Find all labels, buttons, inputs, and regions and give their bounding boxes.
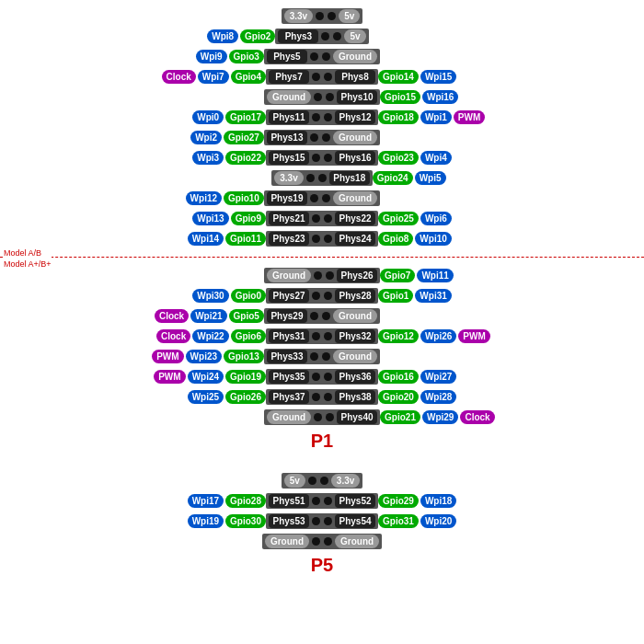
pin-dot-left (310, 52, 318, 61)
pin-row: PWMWpi24Gpio19Phys35Phys36Gpio16Wpi27 (0, 366, 644, 386)
model-separator: Model A/BModel A+/B+ (0, 248, 644, 265)
pin-label-wpi25: Wpi25 (188, 390, 224, 404)
pin-row: ClockWpi21Gpio5Phys29Ground (0, 305, 644, 326)
pin-row: Wpi9Gpio3Phys5Ground (0, 46, 644, 66)
pin-dot-left (312, 113, 320, 121)
center-connector-group: Phys33Ground (264, 349, 380, 364)
pin-label-wpi21: Wpi21 (190, 309, 226, 323)
right-phys-pin: Ground (333, 131, 377, 144)
pin-dot-left (312, 393, 320, 401)
pin-dot-right (328, 12, 336, 20)
pin-label-wpi10: Wpi10 (415, 232, 451, 246)
right-pin-group: Gpio24Wpi5 (373, 171, 575, 185)
left-phys-pin: 3.3v (284, 9, 313, 23)
right-phys-pin: Phys12 (335, 110, 375, 124)
pin-label-gpio12: Gpio12 (378, 329, 419, 343)
pin-dot-right (324, 292, 332, 300)
pin-label-gpio26: Gpio26 (225, 390, 266, 404)
center-connector-group: GroundGround (262, 534, 382, 549)
pin-row: Wpi12Gpio10Phys19Ground (0, 188, 644, 208)
right-phys-pin: Phys24 (335, 232, 375, 246)
center-connector-group: Phys35Phys36 (266, 369, 378, 385)
pin-label-wpi24: Wpi24 (188, 370, 224, 384)
pin-label-wpi29: Wpi29 (422, 410, 458, 424)
right-pin-group: Gpio16Wpi27 (378, 370, 581, 384)
left-phys-pin: 5v (284, 474, 305, 488)
pin-dot-left (306, 174, 315, 182)
pin-label-wpi7: Wpi7 (198, 70, 229, 84)
pin-label-gpio19: Gpio19 (225, 370, 266, 384)
right-pin-group: Gpio1Wpi31 (378, 289, 581, 303)
pin-dot-left (310, 352, 318, 361)
center-connector-group: GroundPhys10 (264, 89, 380, 105)
left-phys-pin: Phys3 (278, 29, 318, 43)
right-phys-pin: Phys38 (335, 390, 375, 404)
center-connector-group: 3.3vPhys18 (271, 170, 372, 186)
pin-dot-right (322, 52, 330, 61)
left-pin-group: Wpi17Gpio28 (63, 494, 266, 508)
pin-label-wpi4: Wpi4 (420, 151, 452, 165)
pin-label-wpi2: Wpi2 (190, 131, 222, 144)
pin-label-wpi20: Wpi20 (420, 514, 456, 528)
pin-label-gpio11: Gpio11 (225, 232, 266, 246)
pin-dot-left (314, 413, 322, 421)
pin-label-gpio0: Gpio0 (231, 289, 266, 303)
right-phys-pin: 5v (344, 29, 365, 43)
right-pin-group: Gpio31Wpi20 (378, 514, 581, 528)
right-pin-group: Gpio8Wpi10 (378, 232, 581, 246)
p1-connector: 3.3v5vWpi8Gpio2Phys35vWpi9Gpio3Phys5Grou… (0, 6, 644, 452)
pin-label-gpio20: Gpio20 (378, 390, 419, 404)
right-phys-pin: 3.3v (331, 474, 360, 488)
left-phys-pin: Phys13 (267, 131, 307, 144)
center-connector-group: Phys51Phys52 (266, 493, 378, 509)
pin-dot-left (310, 194, 318, 202)
p5-connector: 5v3.3vWpi17Gpio28Phys51Phys52Gpio29Wpi18… (0, 470, 644, 576)
left-phys-pin: Phys29 (267, 309, 307, 323)
pin-row: Wpi8Gpio2Phys35v (0, 26, 644, 46)
pin-label-gpio13: Gpio13 (224, 350, 264, 363)
center-connector-group: 5v3.3v (282, 473, 363, 489)
center-connector-group: Phys7Phys8 (266, 69, 378, 85)
pin-dot-right (324, 73, 332, 81)
pin-dot-right (324, 497, 332, 505)
right-pin-group: Gpio29Wpi18 (378, 494, 581, 508)
pin-dot-left (321, 32, 329, 40)
pin-dot-right (324, 537, 332, 546)
pin-label-wpi27: Wpi27 (420, 370, 456, 384)
pin-dot-right (324, 235, 332, 243)
pin-dot-left (312, 373, 320, 381)
pin-label-pwm: PWM (458, 329, 489, 343)
right-pin-group: Gpio14Wpi15 (378, 70, 581, 84)
p5-label: P5 (0, 555, 644, 576)
pin-dot-right (322, 312, 330, 320)
pin-row: 3.3vPhys18Gpio24Wpi5 (0, 167, 644, 188)
pin-row: PWMWpi23Gpio13Phys33Ground (0, 346, 644, 366)
right-phys-pin: Phys52 (335, 494, 375, 508)
left-pin-group: PWMWpi23Gpio13 (62, 350, 264, 363)
pin-row: ClockWpi7Gpio4Phys7Phys8Gpio14Wpi15 (0, 66, 644, 86)
pin-row: Wpi0Gpio17Phys11Phys12Gpio18Wpi1PWM (0, 107, 644, 127)
left-phys-pin: Phys33 (267, 350, 307, 363)
right-pin-group: Gpio21Wpi29Clock (380, 410, 582, 424)
right-pin-group: Gpio20Wpi28 (378, 390, 581, 404)
pin-label-gpio7: Gpio7 (380, 269, 415, 282)
pin-label-gpio29: Gpio29 (378, 494, 419, 508)
pin-dot-right (326, 93, 334, 101)
pin-dot-left (312, 214, 320, 223)
center-connector-group: Phys11Phys12 (266, 109, 378, 125)
pin-dot-left (310, 312, 318, 320)
pin-dot-left (312, 517, 320, 525)
pin-label-wpi8: Wpi8 (207, 29, 238, 43)
center-connector-group: 3.3v5v (282, 8, 363, 24)
center-connector-group: Phys19Ground (264, 190, 380, 206)
right-phys-pin: Phys28 (335, 289, 375, 303)
pin-dot-right (324, 517, 332, 525)
pin-label-wpi11: Wpi11 (417, 269, 453, 282)
pin-dot-right (322, 194, 330, 202)
center-connector-group: Phys23Phys24 (266, 231, 378, 247)
center-connector-group: GroundPhys40 (264, 409, 380, 425)
pin-label-gpio9: Gpio9 (231, 212, 266, 225)
right-phys-pin: Ground (333, 309, 377, 323)
left-phys-pin: Phys31 (269, 329, 309, 343)
left-phys-pin: Phys51 (269, 494, 309, 508)
